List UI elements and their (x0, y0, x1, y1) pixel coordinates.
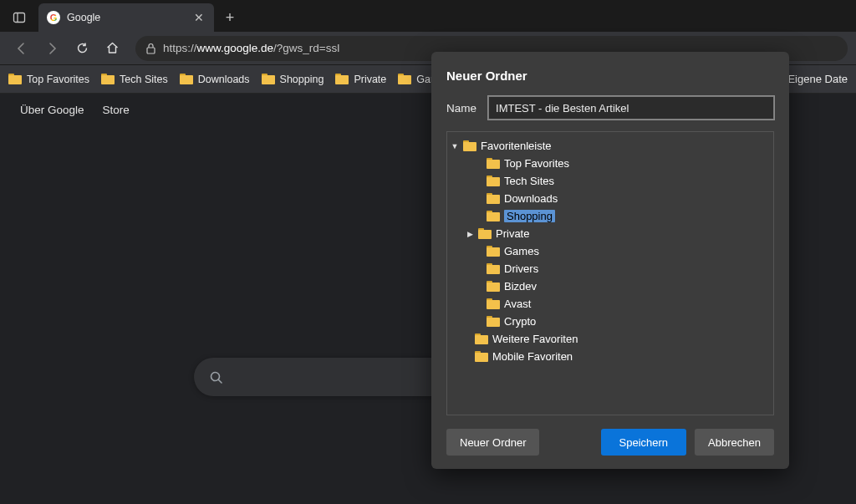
url-text: https://www.google.de/?gws_rd=ssl (163, 42, 339, 54)
tree-node[interactable]: ▶Games (451, 242, 770, 260)
folder-icon (487, 158, 500, 169)
new-tab-button[interactable]: + (217, 5, 242, 30)
cancel-button[interactable]: Abbrechen (695, 429, 774, 456)
folder-name-input[interactable] (488, 96, 774, 120)
folder-icon (398, 74, 411, 84)
tree-node[interactable]: ▶Avast (451, 295, 770, 313)
folder-icon (487, 316, 500, 327)
refresh-button[interactable] (69, 35, 95, 62)
folder-icon (101, 74, 115, 84)
svg-rect-0 (14, 13, 25, 23)
folder-icon (463, 140, 476, 151)
browser-tab[interactable]: G Google ✕ (38, 3, 214, 32)
svg-rect-2 (147, 48, 155, 53)
svg-line-4 (218, 379, 222, 383)
tree-node[interactable]: ▶Drivers (451, 260, 770, 277)
store-link[interactable]: Store (103, 104, 130, 116)
bookmark-folder[interactable]: Top Favorites (8, 74, 89, 85)
tree-node[interactable]: ▶Downloads (451, 190, 770, 207)
tab-title: Google (67, 12, 192, 23)
name-label: Name (446, 102, 476, 115)
close-tab-icon[interactable]: ✕ (192, 11, 206, 24)
tree-node[interactable]: ▶Crypto (451, 313, 770, 330)
bookmark-folder[interactable]: Tech Sites (101, 74, 168, 85)
folder-icon (487, 298, 500, 309)
home-button[interactable] (99, 35, 125, 62)
tree-node[interactable]: ▶Tech Sites (451, 172, 770, 190)
about-link[interactable]: Über Google (20, 104, 84, 116)
folder-icon (262, 74, 275, 84)
save-button[interactable]: Speichern (601, 429, 687, 456)
bookmark-folder[interactable]: Private (335, 74, 386, 85)
tree-sibling[interactable]: ▶Mobile Favoriten (451, 348, 770, 365)
tab-actions-icon[interactable] (7, 5, 32, 30)
back-button[interactable] (8, 35, 35, 62)
google-favicon: G (47, 11, 60, 24)
bookmark-folder[interactable]: Shopping (262, 74, 324, 85)
tree-node-selected[interactable]: ▶Shopping (451, 207, 770, 225)
tree-node-expandable[interactable]: ▶Private (451, 225, 770, 242)
tree-root[interactable]: ▼Favoritenleiste (451, 137, 770, 155)
folder-icon (335, 74, 349, 84)
tree-node[interactable]: ▶Top Favorites (451, 155, 770, 172)
bookmark-folder[interactable]: Downloads (180, 74, 250, 85)
folder-tree[interactable]: ▼Favoritenleiste ▶Top Favorites ▶Tech Si… (446, 131, 774, 415)
folder-icon (475, 333, 488, 344)
folder-icon (475, 351, 488, 362)
folder-icon (487, 281, 500, 292)
new-folder-dialog: Neuer Ordner Name ▼Favoritenleiste ▶Top … (431, 52, 789, 469)
dialog-title: Neuer Ordner (446, 69, 774, 83)
tree-sibling[interactable]: ▶Weitere Favoriten (451, 330, 770, 348)
folder-icon (180, 74, 193, 84)
folder-icon (487, 246, 500, 257)
forward-button[interactable] (38, 35, 65, 62)
folder-icon (487, 176, 500, 186)
folder-icon (487, 193, 500, 204)
folder-icon (8, 74, 22, 84)
titlebar: G Google ✕ + (0, 0, 856, 32)
folder-icon (487, 211, 500, 221)
tree-node[interactable]: ▶Bizdev (451, 277, 770, 295)
lock-icon (145, 43, 156, 54)
search-icon (209, 370, 223, 384)
folder-icon (487, 263, 500, 274)
new-folder-button[interactable]: Neuer Ordner (446, 429, 539, 456)
folder-icon (478, 228, 492, 239)
